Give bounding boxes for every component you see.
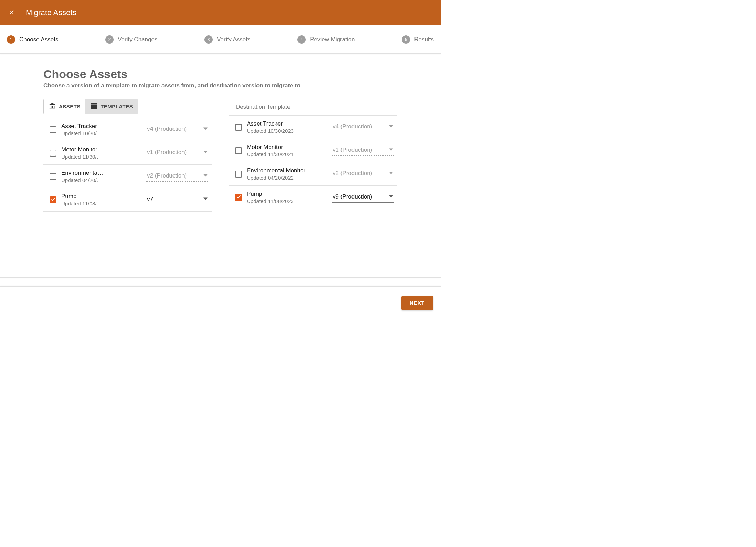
version-select[interactable]: v2 (Production) bbox=[146, 171, 208, 182]
check-icon bbox=[50, 196, 56, 203]
step-label: Results bbox=[414, 36, 434, 43]
row-subtitle: Updated 10/30/… bbox=[61, 130, 141, 136]
chevron-down-icon bbox=[389, 193, 393, 200]
checkbox[interactable] bbox=[235, 171, 242, 178]
version-select[interactable]: v7 bbox=[146, 194, 208, 205]
row-title: Asset Tracker bbox=[61, 123, 141, 130]
version-select[interactable]: v2 (Production) bbox=[332, 169, 394, 179]
divider bbox=[0, 277, 441, 278]
list-item: Motor Monitor Updated 11/30/2021 v1 (Pro… bbox=[229, 139, 397, 162]
destination-column: Destination Template Asset Tracker Updat… bbox=[229, 95, 397, 212]
tab-assets[interactable]: ASSETS bbox=[44, 99, 85, 114]
templates-icon bbox=[90, 102, 98, 111]
chevron-down-icon bbox=[389, 123, 393, 130]
step-verify-changes[interactable]: 2 Verify Changes bbox=[105, 35, 157, 44]
row-text: Pump Updated 11/08/2023 bbox=[247, 191, 327, 204]
version-value: v4 (Production) bbox=[147, 126, 187, 132]
page-title: Choose Assets bbox=[43, 67, 397, 81]
chevron-down-icon bbox=[389, 170, 393, 177]
step-label: Review Migration bbox=[310, 36, 355, 43]
version-value: v2 (Production) bbox=[147, 172, 187, 179]
chevron-down-icon bbox=[203, 126, 208, 132]
row-subtitle: Updated 11/08/… bbox=[61, 201, 141, 206]
step-badge: 5 bbox=[402, 35, 410, 44]
step-choose-assets[interactable]: 1 Choose Assets bbox=[7, 35, 58, 44]
app-header: Migrate Assets bbox=[0, 0, 441, 25]
chevron-down-icon bbox=[389, 147, 393, 153]
step-badge: 1 bbox=[7, 35, 15, 44]
tabbar: ASSETS TEMPLATES bbox=[43, 99, 138, 114]
step-label: Verify Assets bbox=[217, 36, 250, 43]
checkbox[interactable] bbox=[50, 173, 56, 180]
row-subtitle: Updated 11/30/… bbox=[61, 154, 141, 160]
row-subtitle: Updated 11/30/2021 bbox=[247, 151, 327, 157]
checkbox[interactable] bbox=[235, 124, 242, 131]
source-list: Asset Tracker Updated 10/30/… v4 (Produc… bbox=[43, 118, 212, 212]
list-item: Asset Tracker Updated 10/30/2023 v4 (Pro… bbox=[229, 116, 397, 139]
footer: NEXT bbox=[0, 286, 441, 319]
row-subtitle: Updated 10/30/2023 bbox=[247, 128, 327, 134]
row-title: Asset Tracker bbox=[247, 120, 327, 127]
row-text: Motor Monitor Updated 11/30/… bbox=[61, 146, 141, 160]
chevron-down-icon bbox=[203, 196, 208, 203]
row-title: Pump bbox=[61, 193, 141, 200]
row-text: Environmenta… Updated 04/20/… bbox=[61, 170, 141, 183]
app-title: Migrate Assets bbox=[26, 8, 76, 17]
row-title: Motor Monitor bbox=[247, 144, 327, 151]
version-value: v2 (Production) bbox=[333, 170, 372, 177]
chevron-down-icon bbox=[203, 172, 208, 179]
list-item: Asset Tracker Updated 10/30/… v4 (Produc… bbox=[43, 118, 212, 141]
list-item: Environmental Monitor Updated 04/20/2022… bbox=[229, 162, 397, 186]
row-text: Asset Tracker Updated 10/30/2023 bbox=[247, 120, 327, 134]
checkbox[interactable] bbox=[50, 126, 56, 133]
checkbox[interactable] bbox=[50, 150, 56, 157]
step-badge: 3 bbox=[204, 35, 213, 44]
checkbox[interactable] bbox=[50, 196, 56, 203]
row-title: Environmental Monitor bbox=[247, 167, 327, 174]
destination-heading: Destination Template bbox=[229, 104, 397, 110]
row-subtitle: Updated 11/08/2023 bbox=[247, 198, 327, 204]
version-select[interactable]: v1 (Production) bbox=[146, 148, 208, 158]
version-value: v9 (Production) bbox=[333, 193, 372, 200]
destination-list: Asset Tracker Updated 10/30/2023 v4 (Pro… bbox=[229, 115, 397, 209]
source-column: ASSETS TEMPLATES Asset Tracker Updated 1… bbox=[43, 99, 212, 212]
checkbox[interactable] bbox=[235, 194, 242, 201]
row-text: Asset Tracker Updated 10/30/… bbox=[61, 123, 141, 136]
version-select[interactable]: v4 (Production) bbox=[146, 124, 208, 135]
row-subtitle: Updated 04/20/2022 bbox=[247, 175, 327, 181]
row-title: Pump bbox=[247, 191, 327, 197]
version-value: v4 (Production) bbox=[333, 123, 372, 130]
next-button[interactable]: NEXT bbox=[401, 296, 433, 310]
row-text: Pump Updated 11/08/… bbox=[61, 193, 141, 206]
step-verify-assets[interactable]: 3 Verify Assets bbox=[204, 35, 250, 44]
list-item: Pump Updated 11/08/2023 v9 (Production) bbox=[229, 186, 397, 209]
version-select[interactable]: v9 (Production) bbox=[332, 192, 394, 203]
stepper: 1 Choose Assets 2 Verify Changes 3 Verif… bbox=[0, 25, 441, 54]
step-label: Choose Assets bbox=[19, 36, 58, 43]
close-button[interactable] bbox=[7, 8, 17, 18]
check-icon bbox=[236, 194, 241, 201]
list-item: Environmenta… Updated 04/20/… v2 (Produc… bbox=[43, 165, 212, 188]
page-subtitle: Choose a version of a template to migrat… bbox=[43, 82, 397, 89]
version-value: v1 (Production) bbox=[333, 147, 372, 153]
step-label: Verify Changes bbox=[118, 36, 157, 43]
step-badge: 2 bbox=[105, 35, 114, 44]
row-title: Motor Monitor bbox=[61, 146, 141, 153]
content: Choose Assets Choose a version of a temp… bbox=[0, 54, 441, 212]
version-select[interactable]: v1 (Production) bbox=[332, 145, 394, 156]
step-review-migration[interactable]: 4 Review Migration bbox=[297, 35, 355, 44]
row-text: Motor Monitor Updated 11/30/2021 bbox=[247, 144, 327, 157]
row-subtitle: Updated 04/20/… bbox=[61, 177, 141, 183]
version-value: v1 (Production) bbox=[147, 149, 187, 156]
tab-templates[interactable]: TEMPLATES bbox=[85, 99, 138, 114]
tab-templates-label: TEMPLATES bbox=[101, 104, 133, 109]
list-item: Pump Updated 11/08/… v7 bbox=[43, 188, 212, 212]
assets-icon bbox=[49, 102, 56, 111]
checkbox[interactable] bbox=[235, 147, 242, 154]
list-item: Motor Monitor Updated 11/30/… v1 (Produc… bbox=[43, 141, 212, 165]
version-select[interactable]: v4 (Production) bbox=[332, 122, 394, 132]
version-value: v7 bbox=[147, 196, 153, 203]
row-text: Environmental Monitor Updated 04/20/2022 bbox=[247, 167, 327, 181]
close-icon bbox=[8, 9, 15, 17]
step-results[interactable]: 5 Results bbox=[402, 35, 434, 44]
